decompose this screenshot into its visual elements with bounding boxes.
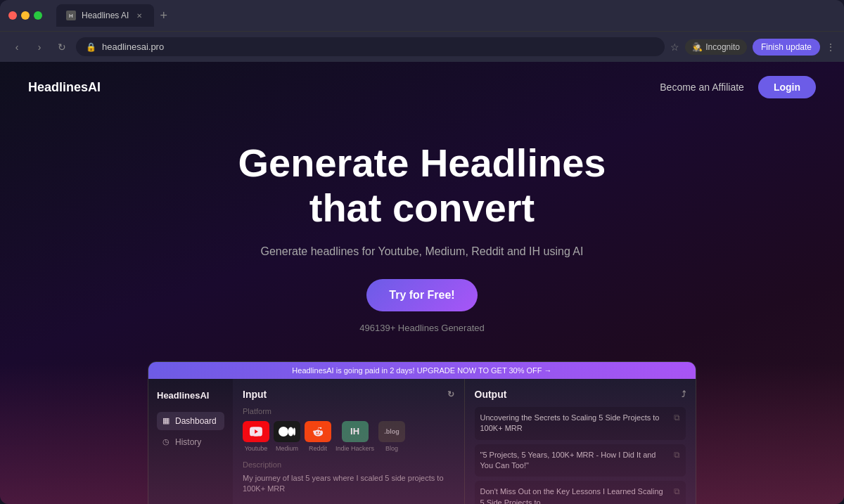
refresh-icon[interactable]: ↻ [447,389,454,399]
svg-point-2 [293,427,295,435]
incognito-button[interactable]: 🕵 Incognito [685,39,747,55]
close-button[interactable] [8,11,17,20]
refresh-button[interactable]: ↻ [53,39,70,56]
browser-window: H Headlines AI ✕ + ‹ › ↻ 🔒 headlinesai.p… [0,0,844,504]
hero-title: Generate Headlines that convert [14,141,830,231]
platform-grid: Youtube Medium [243,421,454,452]
affiliate-link[interactable]: Become an Affiliate [660,82,744,93]
maximize-button[interactable] [34,11,42,20]
site-logo: HeadlinesAI [28,80,101,95]
minimize-button[interactable] [21,11,30,20]
reddit-label: Reddit [309,445,327,452]
output-panel-title: Output ⤴ [475,389,686,400]
app-preview: HeadlinesAI is going paid in 2 days! UPG… [0,361,844,504]
sidebar-logo: HeadlinesAI [157,390,224,401]
description-text: My journey of last 5 years where I scale… [243,473,454,495]
platform-blog[interactable]: .blog Blog [378,421,405,452]
svg-point-1 [288,427,294,436]
medium-label: Medium [276,445,298,452]
reddit-icon [305,421,331,442]
platform-label: Platform [243,407,454,415]
app-banner: HeadlinesAI is going paid in 2 days! UPG… [148,362,696,379]
finish-update-button[interactable]: Finish update [753,39,820,56]
history-icon: ◷ [162,437,170,446]
output-text-3: Don't Miss Out on the Key Lessons I Lear… [480,486,669,504]
platform-medium[interactable]: Medium [274,421,300,452]
platform-indiehackers[interactable]: IH Indie Hackers [335,421,374,452]
sidebar-item-label-history: History [175,437,201,447]
youtube-label: Youtube [245,445,268,452]
nav-right: Become an Affiliate Login [660,76,816,98]
cta-button[interactable]: Try for Free! [366,279,477,311]
page-content: HeadlinesAI Become an Affiliate Login Ge… [0,62,844,504]
input-title-text: Input [243,389,267,400]
tab-close-button[interactable]: ✕ [134,11,144,20]
headlines-count: 496139+ Headlines Generated [14,323,830,333]
url-text: headlinesai.pro [102,41,164,52]
address-bar-right: ☆ 🕵 Incognito Finish update ⋮ [670,39,836,56]
titlebar: H Headlines AI ✕ + [0,0,844,31]
sidebar-item-history[interactable]: ◷ History [157,433,224,451]
output-item-2: "5 Projects, 5 Years, 100K+ MRR - How I … [475,444,686,477]
more-options-button[interactable]: ⋮ [826,41,836,53]
output-title-text: Output [475,389,507,400]
output-item-1: Uncovering the Secrets to Scaling 5 Side… [475,407,686,440]
sidebar-item-label-dashboard: Dashboard [175,416,217,426]
svg-point-0 [279,427,288,437]
tab-favicon: H [66,11,76,20]
dashboard-icon: ▦ [162,416,170,425]
copy-icon-1[interactable]: ⧉ [674,413,680,422]
app-body: HeadlinesAI ▦ Dashboard ◷ History [148,379,696,504]
sidebar-item-dashboard[interactable]: ▦ Dashboard [157,412,224,430]
share-icon[interactable]: ⤴ [682,389,686,399]
tab-bar: H Headlines AI ✕ + [56,4,689,27]
copy-icon-3[interactable]: ⧉ [674,486,680,496]
hero-title-line2: that convert [309,186,535,230]
output-text-2: "5 Projects, 5 Years, 100K+ MRR - How I … [480,450,669,472]
description-label: Description [243,460,454,469]
input-panel-title: Input ↻ [243,389,454,400]
platform-youtube[interactable]: Youtube [243,421,269,452]
output-panel: Output ⤴ Uncovering the Secrets to Scali… [465,379,696,504]
incognito-icon: 🕵 [692,42,703,52]
hero-section: Generate Headlines that convert Generate… [0,112,844,347]
login-button[interactable]: Login [758,76,816,98]
traffic-lights [8,11,42,20]
lock-icon: 🔒 [86,42,96,52]
output-item-3: Don't Miss Out on the Key Lessons I Lear… [475,481,686,504]
output-text-1: Uncovering the Secrets to Scaling 5 Side… [480,413,669,434]
back-button[interactable]: ‹ [8,39,25,56]
indiehackers-label: Indie Hackers [335,445,374,452]
bookmark-button[interactable]: ☆ [670,41,679,53]
platform-reddit[interactable]: Reddit [305,421,331,452]
url-bar[interactable]: 🔒 headlinesai.pro [76,37,665,56]
app-main: Input ↻ Platform Youtube [233,379,696,504]
incognito-label: Incognito [705,42,740,52]
address-bar: ‹ › ↻ 🔒 headlinesai.pro ☆ 🕵 Incognito Fi… [0,31,844,62]
app-window: HeadlinesAI is going paid in 2 days! UPG… [148,361,696,504]
browser-tab[interactable]: H Headlines AI ✕ [56,4,154,27]
indiehackers-icon: IH [342,421,369,442]
copy-icon-2[interactable]: ⧉ [674,450,680,460]
new-tab-button[interactable]: + [155,8,172,23]
hero-title-line1: Generate Headlines [238,141,606,185]
tab-title: Headlines AI [82,11,129,20]
blog-label: Blog [385,445,398,452]
youtube-icon [243,421,269,442]
forward-button[interactable]: › [31,39,48,56]
app-sidebar: HeadlinesAI ▦ Dashboard ◷ History [148,379,233,504]
site-nav: HeadlinesAI Become an Affiliate Login [0,62,844,112]
hero-subtitle: Generate headlines for Youtube, Medium, … [14,245,830,258]
blog-icon: .blog [378,421,405,442]
input-panel: Input ↻ Platform Youtube [233,379,465,504]
medium-icon [274,421,300,442]
